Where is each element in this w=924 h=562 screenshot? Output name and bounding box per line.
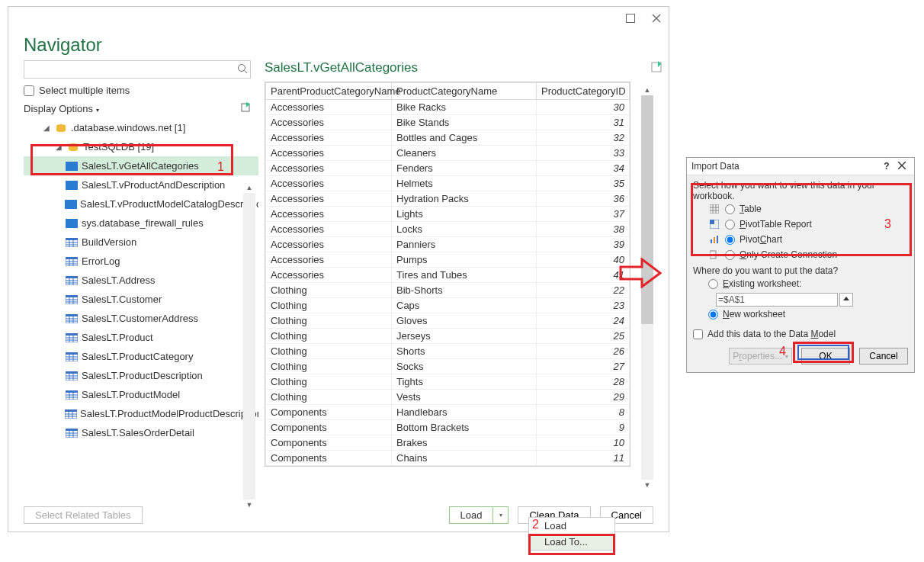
table-icon bbox=[65, 276, 79, 285]
svg-rect-13 bbox=[72, 165, 76, 166]
cancel-button[interactable]: Cancel bbox=[859, 348, 908, 364]
table-row[interactable]: ComponentsHandlebars8 bbox=[266, 405, 630, 420]
close-icon[interactable] bbox=[894, 161, 910, 172]
table-row[interactable]: AccessoriesLights37 bbox=[266, 207, 630, 222]
tree-item[interactable]: sys.database_firewall_rules bbox=[24, 214, 258, 233]
svg-rect-28 bbox=[66, 219, 78, 221]
table-row[interactable]: ClothingShorts26 bbox=[266, 344, 630, 359]
menu-item-load-to[interactable]: Load To... bbox=[529, 534, 614, 550]
option-existing-ws-radio[interactable] bbox=[708, 279, 718, 289]
tree-item[interactable]: ErrorLog bbox=[24, 252, 258, 271]
database-server-icon bbox=[54, 124, 68, 133]
table-row[interactable]: ClothingJerseys25 bbox=[266, 329, 630, 344]
table-cell: Pumps bbox=[392, 252, 537, 268]
tree-item[interactable]: SalesLT.vProductModelCatalogDescription bbox=[24, 194, 258, 214]
table-row[interactable]: AccessoriesTires and Tubes41 bbox=[266, 268, 630, 283]
column-header[interactable]: ProductCategoryID bbox=[537, 83, 630, 100]
tree-item[interactable]: SalesLT.Address bbox=[24, 271, 258, 290]
help-icon[interactable]: ? bbox=[879, 161, 894, 172]
table-row[interactable]: ClothingSocks27 bbox=[266, 359, 630, 374]
option-pivotchart-radio[interactable] bbox=[725, 235, 735, 245]
tree-item[interactable]: SalesLT.CustomerAddress bbox=[24, 309, 258, 328]
tree-item[interactable]: BuildVersion bbox=[24, 233, 258, 252]
svg-rect-50 bbox=[66, 390, 78, 393]
tree-item[interactable]: SalesLT.Customer bbox=[24, 290, 258, 309]
search-input[interactable] bbox=[24, 60, 251, 79]
table-cell: Clothing bbox=[266, 390, 392, 405]
titlebar bbox=[8, 7, 669, 30]
tree-item[interactable]: SalesLT.ProductModel bbox=[24, 385, 258, 404]
collapse-icon[interactable]: ◢ bbox=[54, 143, 63, 151]
display-options-dropdown[interactable]: Display Options ▾ bbox=[24, 103, 99, 114]
refresh-icon[interactable] bbox=[240, 102, 251, 115]
menu-item-load[interactable]: Load bbox=[529, 518, 614, 534]
option-connection-radio[interactable] bbox=[725, 250, 735, 260]
tree-item[interactable]: SalesLT.ProductModelProductDescription bbox=[24, 404, 258, 423]
table-row[interactable]: AccessoriesPumps40 bbox=[266, 252, 630, 268]
table-cell: Accessories bbox=[266, 191, 392, 207]
table-row[interactable]: ComponentsBrakes10 bbox=[266, 435, 630, 451]
maximize-icon[interactable] bbox=[623, 11, 638, 26]
table-cell: Accessories bbox=[266, 100, 392, 115]
cell-ref-input[interactable] bbox=[716, 293, 838, 307]
table-row[interactable]: AccessoriesBottles and Cages32 bbox=[266, 130, 630, 146]
table-row[interactable]: ClothingBib-Shorts22 bbox=[266, 283, 630, 298]
table-icon bbox=[65, 333, 79, 342]
load-dropdown-button[interactable]: ▾ bbox=[493, 506, 509, 524]
svg-rect-31 bbox=[72, 223, 76, 223]
tree-server-node[interactable]: ◢ .database.windows.net [1] bbox=[24, 118, 258, 137]
ok-button[interactable]: OK bbox=[801, 348, 850, 364]
collapse-icon[interactable]: ◢ bbox=[42, 124, 51, 132]
scroll-up-icon[interactable]: ▲ bbox=[243, 182, 255, 193]
tree-item-label: sys.database_firewall_rules bbox=[82, 217, 204, 229]
option-pivottable-radio[interactable] bbox=[725, 220, 735, 230]
table-row[interactable]: ClothingTights28 bbox=[266, 374, 630, 390]
option-table-radio[interactable] bbox=[725, 204, 735, 214]
table-row[interactable]: AccessoriesHelmets35 bbox=[266, 176, 630, 191]
table-row[interactable]: AccessoriesFenders34 bbox=[266, 161, 630, 176]
tree-item[interactable]: SalesLT.SalesOrderDetail bbox=[24, 423, 258, 442]
column-header[interactable]: ProductCategoryName bbox=[392, 83, 537, 100]
option-new-ws-radio[interactable] bbox=[708, 310, 718, 320]
tree-scrollbar[interactable]: ▲ ▼ bbox=[243, 182, 255, 510]
tree-item[interactable]: SalesLT.vProductAndDescription bbox=[24, 175, 258, 194]
table-row[interactable]: AccessoriesHydration Packs36 bbox=[266, 191, 630, 207]
scroll-up-icon[interactable]: ▲ bbox=[641, 85, 653, 95]
column-header[interactable]: ParentProductCategoryName bbox=[266, 83, 392, 100]
table-row[interactable]: AccessoriesBike Stands31 bbox=[266, 115, 630, 130]
svg-rect-42 bbox=[66, 314, 78, 316]
table-cell: Handlebars bbox=[392, 405, 537, 420]
import-prompt: Select how you want to view this data in… bbox=[693, 180, 908, 201]
preview-refresh-icon[interactable] bbox=[650, 61, 663, 75]
range-picker-icon[interactable] bbox=[839, 293, 853, 307]
load-button[interactable]: Load bbox=[449, 506, 494, 524]
load-split-button[interactable]: Load ▾ bbox=[449, 506, 509, 524]
add-to-model-checkbox[interactable] bbox=[693, 329, 703, 339]
scroll-down-icon[interactable]: ▼ bbox=[641, 480, 653, 490]
table-row[interactable]: AccessoriesLocks38 bbox=[266, 222, 630, 237]
tree-item[interactable]: SalesLT.ProductDescription bbox=[24, 366, 258, 385]
table-cell: 25 bbox=[537, 329, 630, 344]
table-row[interactable]: AccessoriesCleaners33 bbox=[266, 146, 630, 161]
scroll-track[interactable] bbox=[243, 193, 255, 499]
table-cell: Clothing bbox=[266, 329, 392, 344]
svg-rect-61 bbox=[711, 239, 712, 243]
tree-database-node[interactable]: ◢ TestSQLDB [19] bbox=[24, 137, 258, 156]
select-multiple-checkbox[interactable] bbox=[24, 85, 34, 96]
table-row[interactable]: ClothingCaps23 bbox=[266, 298, 630, 313]
table-row[interactable]: AccessoriesBike Racks30 bbox=[266, 100, 630, 115]
annotation-number-1: 1 bbox=[217, 160, 224, 174]
svg-rect-63 bbox=[717, 236, 718, 243]
close-icon[interactable] bbox=[649, 11, 664, 26]
tree-item[interactable]: SalesLT.Product bbox=[24, 328, 258, 347]
tree-item[interactable]: SalesLT.SalesOrderHeader bbox=[24, 442, 258, 446]
table-row[interactable]: AccessoriesPanniers39 bbox=[266, 237, 630, 252]
table-row[interactable]: ClothingVests29 bbox=[266, 390, 630, 405]
table-row[interactable]: ComponentsChains11 bbox=[266, 451, 630, 466]
connection-option-icon bbox=[708, 250, 720, 259]
table-row[interactable]: ClothingGloves24 bbox=[266, 313, 630, 329]
scroll-thumb[interactable] bbox=[641, 95, 653, 324]
tree-item[interactable]: SalesLT.ProductCategory bbox=[24, 347, 258, 366]
table-row[interactable]: ComponentsBottom Brackets9 bbox=[266, 420, 630, 435]
select-related-tables-button[interactable]: Select Related Tables bbox=[24, 506, 143, 524]
